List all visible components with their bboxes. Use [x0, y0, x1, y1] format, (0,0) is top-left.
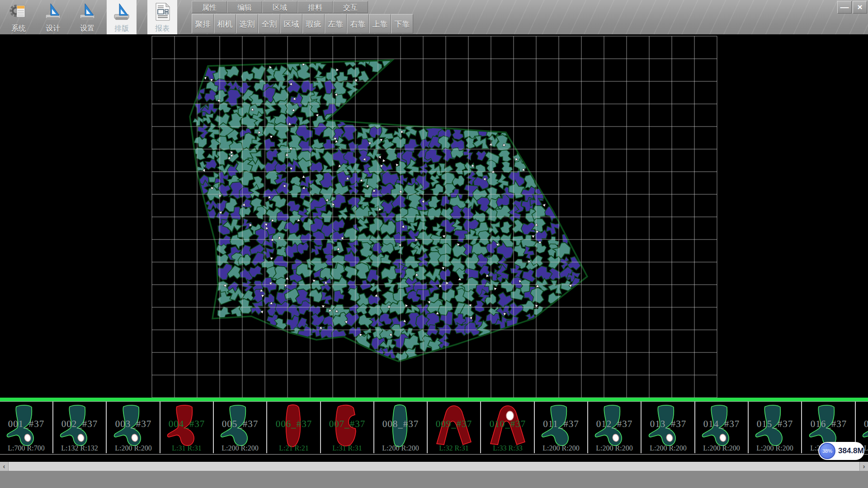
- nav-button-2[interactable]: 设计: [38, 0, 68, 34]
- nav-button-5[interactable]: 报表: [147, 0, 177, 34]
- piece-name: 002_#37: [53, 418, 106, 430]
- piece-lr-count: L:200 R:200: [642, 444, 694, 452]
- piece-name: 006_#37: [268, 418, 320, 430]
- nav-button-label: 设计: [38, 24, 68, 33]
- piece-lr-count: L:200 R:200: [695, 444, 748, 452]
- tool-button-4[interactable]: 全割: [258, 14, 280, 33]
- tool-button-6[interactable]: 瑕疵: [302, 14, 325, 33]
- piece-name: 011_#37: [535, 418, 587, 430]
- nav-button-3[interactable]: 设置: [72, 0, 102, 34]
- piece-name: 001_#37: [0, 418, 52, 430]
- thumbnail-tile-14[interactable]: 014_#37 L:200 R:200: [695, 402, 749, 453]
- thumbnail-tile-3[interactable]: 003_#37 L:200 R:200: [107, 402, 160, 453]
- thumbnail-tile-5[interactable]: 005_#37 L:200 R:200: [214, 402, 267, 453]
- piece-thumbnail-strip[interactable]: 001_#37 L:700 R:700 002_#37 L:132 R:132 …: [0, 401, 868, 455]
- piece-lr-count: L:32 R:31: [428, 444, 480, 452]
- tool-button-7[interactable]: 左靠: [325, 14, 347, 33]
- minimize-button[interactable]: —: [837, 1, 852, 14]
- memory-status-badge: 38% 384.8M: [818, 442, 864, 460]
- thumbnail-tile-8[interactable]: 008_#37 L:200 R:200: [374, 402, 428, 453]
- close-button[interactable]: ×: [853, 1, 867, 14]
- set-square-icon: [43, 2, 63, 22]
- thumbnail-tile-7[interactable]: 007_#37 L:31 R:31: [321, 402, 374, 453]
- piece-lr-count: L:21 R:21: [268, 444, 320, 452]
- bottom-filler: [0, 471, 868, 488]
- nav-button-1[interactable]: 系统: [4, 0, 33, 34]
- piece-lr-count: L:132 R:132: [53, 444, 106, 452]
- menu-item-2[interactable]: 编辑: [227, 1, 262, 13]
- thumbnail-tile-6[interactable]: 006_#37 L:21 R:21: [268, 402, 321, 453]
- tool-bar: 聚排相机选割全割区域瑕疵左靠右靠上靠下靠: [192, 14, 413, 33]
- piece-name: 012_#37: [588, 418, 641, 430]
- tool-button-2[interactable]: 相机: [214, 14, 236, 33]
- hide-nest-drawing: [0, 34, 868, 398]
- thumbnail-tile-1[interactable]: 001_#37 L:700 R:700: [0, 402, 53, 453]
- progress-percent-badge: 38%: [819, 443, 835, 459]
- thumbnail-tile-12[interactable]: 012_#37 L:200 R:200: [588, 402, 642, 453]
- set-square-icon: [77, 2, 97, 22]
- tool-button-10[interactable]: 下靠: [391, 14, 413, 33]
- menu-item-4[interactable]: 排料: [297, 1, 333, 13]
- gear-doc-icon: [9, 2, 28, 22]
- menu-item-5[interactable]: 交互: [333, 1, 368, 13]
- tool-button-5[interactable]: 区域: [280, 14, 302, 33]
- nav-button-label: 系统: [4, 24, 33, 33]
- piece-lr-count: L:33 R:33: [481, 444, 534, 452]
- nesting-canvas[interactable]: [0, 34, 868, 398]
- nav-button-label: 设置: [72, 24, 102, 33]
- piece-name: 009_#37: [428, 418, 480, 430]
- menu-bar: 属性编辑区域排料交互: [192, 1, 368, 13]
- thumbnail-tile-13[interactable]: 013_#37 L:200 R:200: [642, 402, 695, 453]
- piece-lr-count: L:200 R:200: [588, 444, 641, 452]
- piece-name: 008_#37: [374, 418, 427, 430]
- set-square-icon: [112, 2, 132, 22]
- piece-name: 010_#37: [481, 418, 534, 430]
- tool-button-9[interactable]: 上靠: [369, 14, 391, 33]
- thumbnail-tile-4[interactable]: 004_#37 L:31 R:31: [160, 402, 214, 453]
- nav-button-label: 排版: [107, 24, 137, 33]
- strip-separator-line: [0, 398, 868, 401]
- memory-value: 384.8M: [838, 442, 864, 460]
- thumbnail-tile-2[interactable]: 002_#37 L:132 R:132: [53, 402, 107, 453]
- piece-lr-count: L:200 R:200: [535, 444, 587, 452]
- piece-name: 013_#37: [642, 418, 694, 430]
- piece-name: 016_#37: [802, 418, 855, 430]
- nav-button-label: 报表: [147, 24, 177, 33]
- scroll-right-arrow-icon[interactable]: ›: [859, 462, 868, 471]
- piece-lr-count: L:31 R:31: [160, 444, 213, 452]
- piece-name: 014_#37: [695, 418, 748, 430]
- thumbnail-tile-10[interactable]: 010_#37 L:33 R:33: [481, 402, 535, 453]
- piece-lr-count: L:200 R:200: [107, 444, 160, 452]
- thumbnail-tile-15[interactable]: 015_#37 L:200 R:200: [749, 402, 802, 453]
- piece-lr-count: L:700 R:700: [0, 444, 52, 452]
- piece-lr-count: L:200 R:200: [214, 444, 266, 452]
- scroll-left-arrow-icon[interactable]: ‹: [0, 462, 9, 471]
- report-doc-icon: [152, 2, 172, 22]
- piece-name: 005_#37: [214, 418, 266, 430]
- tool-button-1[interactable]: 聚排: [192, 14, 214, 33]
- tool-button-8[interactable]: 右靠: [347, 14, 369, 33]
- piece-lr-count: L:200 R:200: [749, 444, 801, 452]
- titlebar: 系统 设计 设置 排版 报表 属性编辑区域排料交互 聚排相机选割全割区域瑕疵左靠…: [0, 0, 868, 35]
- menu-item-3[interactable]: 区域: [262, 1, 297, 13]
- thumbnail-tile-9[interactable]: 009_#37 L:32 R:31: [428, 402, 481, 453]
- piece-name: 003_#37: [107, 418, 160, 430]
- piece-name: 004_#37: [160, 418, 213, 430]
- tool-button-3[interactable]: 选割: [236, 14, 258, 33]
- nav-button-4[interactable]: 排版: [107, 0, 137, 34]
- piece-name: 007_#37: [321, 418, 373, 430]
- piece-name: 015_#37: [749, 418, 801, 430]
- horizontal-scrollbar[interactable]: ‹ ›: [0, 462, 868, 471]
- thumbnail-tile-11[interactable]: 011_#37 L:200 R:200: [535, 402, 588, 453]
- piece-name: 0: [856, 418, 868, 430]
- piece-lr-count: L:31 R:31: [321, 444, 373, 452]
- nested-pieces: [191, 50, 583, 365]
- piece-lr-count: L:200 R:200: [374, 444, 427, 452]
- menu-item-1[interactable]: 属性: [192, 1, 227, 13]
